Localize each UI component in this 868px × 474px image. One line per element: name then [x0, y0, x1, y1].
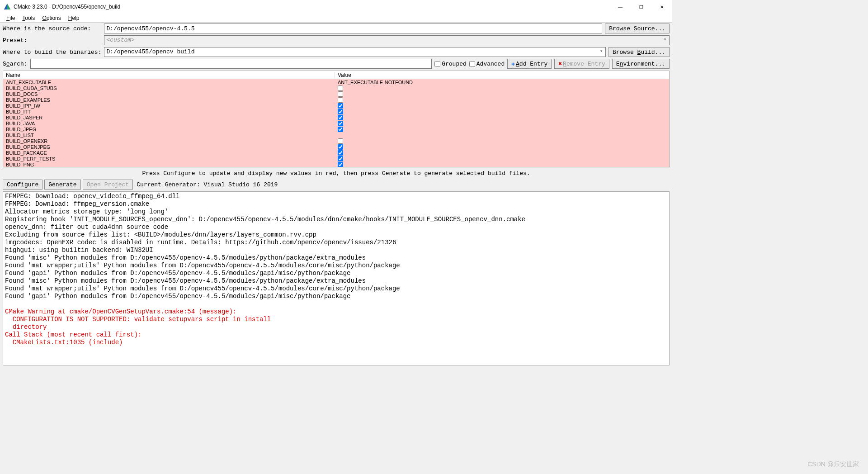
- minimize-button[interactable]: —: [610, 0, 631, 14]
- entry-name: BUILD_JAVA: [3, 121, 335, 126]
- entry-value[interactable]: [335, 127, 669, 132]
- entry-value[interactable]: [335, 97, 669, 103]
- grid-header-name[interactable]: Name: [3, 72, 335, 78]
- window-title: CMake 3.23.0 - D:/Opencv455/opencv_build: [14, 4, 120, 10]
- entry-value[interactable]: [335, 103, 669, 109]
- entry-name: BUILD_PNG: [3, 162, 335, 167]
- table-row[interactable]: BUILD_OPENEXR: [3, 138, 669, 144]
- close-button[interactable]: ✕: [651, 0, 672, 14]
- table-row[interactable]: BUILD_IPP_IW: [3, 103, 669, 109]
- table-row[interactable]: BUILD_PACKAGE: [3, 150, 669, 156]
- titlebar: CMake 3.23.0 - D:/Opencv455/opencv_build…: [0, 0, 672, 14]
- entry-name: BUILD_IPP_IW: [3, 103, 335, 109]
- entry-value[interactable]: [335, 150, 669, 156]
- table-row[interactable]: BUILD_LIST: [3, 132, 669, 138]
- svg-marker-2: [7, 4, 10, 9]
- entry-name: BUILD_DOCS: [3, 91, 335, 97]
- menubar: File Tools Options Help: [0, 14, 672, 23]
- menu-help[interactable]: Help: [65, 14, 83, 22]
- entry-name: BUILD_OPENEXR: [3, 138, 335, 144]
- generator-label: Current Generator: Visual Studio 16 2019: [137, 181, 278, 188]
- menu-options[interactable]: Options: [38, 14, 64, 22]
- grid-body[interactable]: ANT_EXECUTABLEANT_EXECUTABLE-NOTFOUNDBUI…: [3, 79, 669, 167]
- environment-button[interactable]: Environment...: [612, 59, 670, 69]
- table-row[interactable]: BUILD_EXAMPLES: [3, 97, 669, 103]
- entry-value[interactable]: [335, 156, 669, 161]
- build-combo[interactable]: D:/opencv455/opencv_build: [104, 47, 606, 57]
- entry-value[interactable]: [335, 162, 669, 167]
- entry-name: BUILD_JPEG: [3, 127, 335, 132]
- preset-label: Preset:: [3, 37, 101, 44]
- table-row[interactable]: BUILD_ITT: [3, 109, 669, 114]
- entry-value[interactable]: [335, 121, 669, 126]
- entry-value[interactable]: [335, 138, 669, 144]
- table-row[interactable]: BUILD_CUDA_STUBS: [3, 85, 669, 91]
- browse-build-button[interactable]: Browse Build...: [609, 47, 670, 57]
- entry-name: BUILD_EXAMPLES: [3, 97, 335, 103]
- entry-value[interactable]: [335, 109, 669, 114]
- search-input[interactable]: [30, 59, 432, 69]
- log-text: FFMPEG: Download: opencv_videoio_ffmpeg_…: [5, 193, 525, 300]
- table-row[interactable]: BUILD_PNG: [3, 161, 669, 167]
- entry-value[interactable]: [335, 115, 669, 120]
- entry-name: ANT_EXECUTABLE: [3, 80, 335, 85]
- remove-entry-button: ✖Remove Entry: [554, 59, 609, 69]
- source-label: Where is the source code:: [3, 25, 101, 32]
- menu-tools[interactable]: Tools: [19, 14, 38, 22]
- configure-button[interactable]: Configure: [3, 180, 42, 190]
- table-row[interactable]: BUILD_JASPER: [3, 114, 669, 120]
- grouped-checkbox[interactable]: Grouped: [434, 61, 467, 67]
- browse-source-button[interactable]: Browse Source...: [605, 24, 670, 33]
- table-row[interactable]: BUILD_OPENJPEG: [3, 144, 669, 150]
- generate-button[interactable]: Generate: [44, 180, 80, 190]
- entry-name: BUILD_ITT: [3, 109, 335, 114]
- add-entry-button[interactable]: ✚Add Entry: [507, 59, 552, 69]
- entry-name: BUILD_CUDA_STUBS: [3, 85, 335, 91]
- app-icon: [4, 3, 11, 10]
- log-warning: CMake Warning at cmake/OpenCVGenSetupVar…: [5, 308, 271, 346]
- entry-value[interactable]: [335, 144, 669, 150]
- entry-name: BUILD_PACKAGE: [3, 150, 335, 156]
- table-row[interactable]: BUILD_PERF_TESTS: [3, 156, 669, 161]
- table-row[interactable]: BUILD_JAVA: [3, 120, 669, 126]
- menu-file[interactable]: File: [3, 14, 19, 22]
- search-label: Search:: [3, 61, 28, 67]
- cache-grid: Name Value ANT_EXECUTABLEANT_EXECUTABLE-…: [3, 71, 670, 167]
- grid-header: Name Value: [3, 71, 669, 79]
- build-label: Where to build the binaries:: [3, 49, 101, 56]
- grid-header-value[interactable]: Value: [335, 72, 669, 78]
- maximize-button[interactable]: ❐: [631, 0, 651, 14]
- entry-name: BUILD_PERF_TESTS: [3, 156, 335, 161]
- entry-name: BUILD_OPENJPEG: [3, 144, 335, 150]
- table-row[interactable]: BUILD_JPEG: [3, 126, 669, 132]
- entry-value[interactable]: [335, 85, 669, 91]
- entry-name: BUILD_LIST: [3, 133, 335, 138]
- hint-text: Press Configure to update and display ne…: [0, 168, 672, 179]
- table-row[interactable]: BUILD_DOCS: [3, 91, 669, 97]
- preset-combo[interactable]: <custom>: [104, 35, 670, 45]
- entry-value[interactable]: [335, 91, 669, 97]
- advanced-checkbox[interactable]: Advanced: [469, 61, 505, 67]
- open-project-button: Open Project: [83, 180, 133, 190]
- entry-value[interactable]: ANT_EXECUTABLE-NOTFOUND: [335, 80, 669, 85]
- log-output[interactable]: FFMPEG: Download: opencv_videoio_ffmpeg_…: [3, 191, 670, 365]
- entry-name: BUILD_JASPER: [3, 115, 335, 120]
- table-row[interactable]: ANT_EXECUTABLEANT_EXECUTABLE-NOTFOUND: [3, 79, 669, 85]
- source-input[interactable]: [104, 24, 602, 33]
